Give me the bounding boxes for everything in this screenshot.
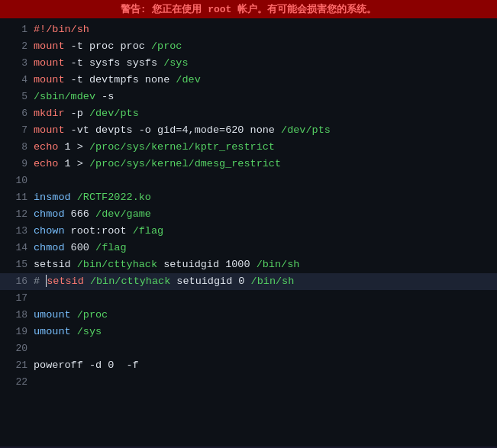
code-line: 16# setsid /bin/cttyhack setuidgid 0 /bi… [0, 273, 497, 290]
line-code: #!/bin/sh [34, 21, 89, 38]
token-white: 666 [65, 208, 96, 220]
token-cmd-red: echo [34, 158, 58, 169]
line-code: umount /proc [34, 307, 108, 324]
code-line: 7mount -vt devpts -o gid=4,mode=620 none… [0, 122, 497, 139]
line-number: 19 [6, 324, 27, 340]
token-path: /proc [151, 40, 182, 52]
token-white: setuidgid 1000 [157, 259, 257, 270]
code-line: 21poweroff -d 0 -f [0, 357, 497, 374]
line-code: echo 1 > /proc/sys/kernel/dmesg_restrict [34, 156, 281, 172]
token-white: -p [65, 108, 89, 119]
line-number: 3 [6, 55, 27, 72]
token-path: /bin/cttyhack [77, 259, 157, 270]
line-number: 13 [6, 223, 27, 240]
token-cmd-cyan: umount [34, 326, 71, 337]
code-line: 9echo 1 > /proc/sys/kernel/dmesg_restric… [0, 156, 497, 172]
code-line: 17 [0, 290, 497, 307]
token-path: /RCTF2022.ko [77, 192, 151, 203]
token-path: /dev [176, 74, 200, 85]
token-path: /proc/sys/kernel/dmesg_restrict [89, 158, 281, 169]
code-line: 18umount /proc [0, 307, 497, 324]
line-code: echo 1 > /proc/sys/kernel/kptr_restrict [34, 139, 275, 156]
line-number: 22 [6, 374, 27, 391]
token-shebang: #!/bin/sh [34, 24, 89, 35]
token-path: /sys [163, 57, 188, 69]
code-line: 8echo 1 > /proc/sys/kernel/kptr_restrict [0, 139, 497, 156]
code-line: 5/sbin/mdev -s [0, 89, 497, 105]
token-white: poweroff -d 0 -f [34, 359, 139, 371]
token-cmd-cyan: insmod [34, 192, 71, 203]
line-number: 17 [6, 290, 27, 307]
token-cmd-red: mount [34, 124, 65, 136]
code-line: 15setsid /bin/cttyhack setuidgid 1000 /b… [0, 256, 497, 273]
token-white [84, 276, 90, 287]
token-path: /dev/pts [281, 124, 331, 136]
token-path: /flag [95, 242, 127, 253]
token-path: /proc [77, 309, 108, 321]
code-line: 4mount -t devtmpfs none /dev [0, 72, 497, 89]
line-number: 14 [6, 240, 27, 256]
code-line: 22 [0, 374, 497, 391]
code-line: 13chown root:root /flag [0, 223, 497, 240]
token-path: /dev/game [95, 208, 151, 220]
line-number: 8 [6, 139, 27, 156]
line-code: setsid /bin/cttyhack setuidgid 1000 /bin… [34, 256, 299, 273]
token-cmd-red: echo [34, 141, 58, 153]
token-cmd-cyan: chown [34, 225, 65, 237]
line-number: 5 [6, 89, 27, 105]
token-cmd-cyan: umount [34, 309, 71, 321]
line-number: 6 [6, 105, 27, 122]
line-code: /sbin/mdev -s [34, 89, 114, 105]
token-white: -s [95, 91, 114, 102]
warning-bar: 警告: 您正在使用 root 帐户。有可能会损害您的系统。 [0, 0, 497, 18]
code-line: 14chmod 600 /flag [0, 240, 497, 256]
line-number: 18 [6, 307, 27, 324]
code-line: 20 [0, 340, 497, 357]
line-code: chmod 666 /dev/game [34, 206, 151, 223]
line-code: chmod 600 /flag [34, 240, 127, 256]
token-cmd-red: mount [34, 57, 65, 69]
token-cmd-cyan: chmod [34, 242, 65, 253]
token-white: setsid [34, 259, 77, 270]
token-white: 1 > [58, 141, 89, 153]
line-number: 15 [6, 256, 27, 273]
line-code: mount -t proc proc /proc [34, 38, 182, 55]
token-path: /sys [77, 326, 102, 337]
token-white [71, 309, 77, 321]
line-number: 9 [6, 156, 27, 172]
token-path: /sbin/mdev [34, 91, 95, 102]
line-number: 16 [6, 273, 27, 290]
line-number: 2 [6, 38, 27, 55]
code-line: 11insmod /RCTF2022.ko [0, 189, 497, 206]
token-comment: # [34, 276, 46, 287]
code-line: 12chmod 666 /dev/game [0, 206, 497, 223]
token-path: /bin/sh [251, 276, 295, 287]
code-line: 2mount -t proc proc /proc [0, 38, 497, 55]
code-editor[interactable]: 1#!/bin/sh2mount -t proc proc /proc3moun… [0, 18, 497, 446]
token-path: /proc/sys/kernel/kptr_restrict [89, 141, 275, 153]
token-cmd-red: mount [34, 40, 65, 52]
line-number: 1 [6, 21, 27, 38]
code-line: 6mkdir -p /dev/pts [0, 105, 497, 122]
token-cmd-red: setsid [47, 276, 84, 287]
token-white: -t sysfs sysfs [65, 57, 164, 69]
line-code: mkdir -p /dev/pts [34, 105, 139, 122]
token-white: 600 [65, 242, 96, 253]
token-white: -t devtmpfs none [65, 74, 176, 85]
token-white: -vt devpts -o gid=4,mode=620 none [65, 124, 282, 136]
line-number: 4 [6, 72, 27, 89]
line-number: 21 [6, 357, 27, 374]
warning-text: 警告: 您正在使用 root 帐户。有可能会损害您的系统。 [121, 4, 376, 15]
token-path: /bin/sh [257, 259, 300, 270]
code-line: 1#!/bin/sh [0, 21, 497, 38]
token-path: /flag [133, 225, 164, 237]
code-line: 19umount /sys [0, 324, 497, 340]
token-path: /dev/pts [89, 108, 139, 119]
token-white: 1 > [58, 158, 89, 169]
line-number: 10 [6, 172, 27, 189]
line-code: chown root:root /flag [34, 223, 163, 240]
token-white [71, 326, 77, 337]
token-cmd-cyan: chmod [34, 208, 65, 220]
line-number: 11 [6, 189, 27, 206]
token-white: -t proc proc [65, 40, 151, 52]
